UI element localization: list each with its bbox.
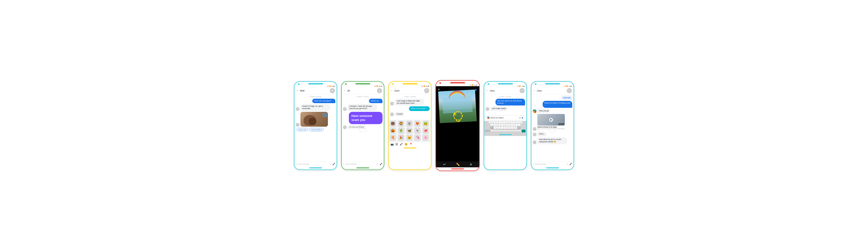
msg-row-3 <box>296 112 335 127</box>
phone-top-bar-4 <box>450 82 465 83</box>
sticker-11[interactable]: 🍕 <box>390 135 396 141</box>
back-arrow-1[interactable]: ← <box>296 89 299 92</box>
sticker-5[interactable]: 🐸 <box>423 120 429 127</box>
plus-icon-1[interactable]: + <box>296 163 297 165</box>
key-f[interactable]: f <box>500 124 503 126</box>
input-field-1[interactable]: Say something... <box>298 163 328 165</box>
key-x[interactable]: x <box>497 127 500 129</box>
back-arrow-3[interactable]: ← <box>391 89 393 92</box>
input-field-6[interactable]: Say something... <box>535 163 565 165</box>
emoji-icon-2[interactable]: ☺ <box>376 163 379 165</box>
mic-icon-6[interactable]: 🎤 <box>569 163 572 165</box>
sticker-6[interactable]: 🎃 <box>390 128 396 134</box>
key-e[interactable]: e <box>495 121 498 123</box>
sticker-14[interactable]: 🦄 <box>414 135 421 141</box>
key-h[interactable]: h <box>507 124 510 126</box>
phone-notch-1 <box>294 82 337 85</box>
key-b[interactable]: b <box>507 127 510 129</box>
key-w[interactable]: w <box>492 121 495 123</box>
input-bar-2: + Say something... ☺ 🎤 <box>342 162 384 166</box>
avatar-5: J <box>520 88 525 93</box>
sticker-3[interactable]: 🐺 <box>406 120 412 127</box>
back-arrow-6[interactable]: ← <box>533 89 536 92</box>
key-o[interactable]: o <box>516 121 519 123</box>
emoji-btn-5[interactable]: ☺ <box>519 116 521 119</box>
key-g[interactable]: g <box>504 124 507 126</box>
sticker-7[interactable]: 🌵 <box>398 128 404 134</box>
sticker-tool-cam[interactable]: 📷 <box>391 143 394 146</box>
sticker-tool-map[interactable]: 📍 <box>409 143 412 146</box>
video-thumbnail[interactable]: ▶ 2:02:31 <box>537 114 565 125</box>
key-m[interactable]: m <box>514 127 517 129</box>
key-7123[interactable]: ?123 <box>485 130 490 132</box>
key-r[interactable]: r <box>499 121 502 123</box>
key-a[interactable]: a <box>490 124 493 126</box>
key-y[interactable]: y <box>506 121 508 123</box>
input-bar-6: + Say something... ☺ 🎤 <box>531 162 574 166</box>
key-backspace[interactable]: ⌫ <box>518 127 520 129</box>
sticker-8[interactable]: 🦋 <box>406 128 412 134</box>
sticker-tool-gallery[interactable]: 🖼 <box>395 143 398 146</box>
key-row-2: a s d f g h j k l <box>485 124 526 126</box>
key-c[interactable]: c <box>500 127 503 129</box>
chip-cute[interactable]: Super cute! <box>297 128 308 131</box>
phone-top-bar-6 <box>545 83 560 85</box>
key-t[interactable]: t <box>502 121 505 123</box>
key-n[interactable]: n <box>511 127 514 129</box>
emoji-icon-6[interactable]: ☺ <box>566 163 568 165</box>
pencil-icon[interactable]: ✏️ <box>456 163 460 166</box>
undo-icon[interactable]: ↩ <box>443 163 446 166</box>
chip-labrador[interactable]: Lovely labrador! <box>309 128 323 131</box>
key-l[interactable]: l <box>518 124 520 126</box>
key-q[interactable]: q <box>489 121 492 123</box>
sticker-1[interactable]: 🐻 <box>390 120 396 127</box>
sticker-12[interactable]: 🎉 <box>398 135 404 141</box>
msg-avatar-6c <box>533 140 536 144</box>
msg-restaurant: How about we go to a sushi restaurant in… <box>537 137 567 144</box>
emoji-icon-1[interactable]: ☺ <box>329 163 332 165</box>
google-input-bar[interactable]: Show me videos ☺ ▶ <box>486 115 525 120</box>
close-icon[interactable]: ✕ <box>438 88 440 91</box>
key-send[interactable]: → <box>522 130 526 132</box>
key-u[interactable]: u <box>509 121 512 123</box>
key-shift[interactable]: ⬆ <box>490 127 493 129</box>
key-space[interactable] <box>490 131 521 131</box>
sticker-tool-sticker[interactable]: 😊 <box>404 143 408 146</box>
video-card: ▶ 2:02:31 Sushi at home in 24 steps http… <box>537 114 565 131</box>
key-z[interactable]: z <box>494 127 497 129</box>
text-icon[interactable]: A <box>470 163 472 166</box>
msg-avatar-1: M <box>296 107 300 111</box>
sticker-4[interactable]: 🦊 <box>414 120 421 127</box>
timestamp-1: TODAY • 8:05 AM <box>296 96 335 97</box>
key-j[interactable]: j <box>511 124 514 126</box>
sticker-tool-mic[interactable]: 🎤 <box>400 143 403 146</box>
input-field-2[interactable]: Say something... <box>345 163 375 165</box>
phone-top-bar-5 <box>498 83 513 85</box>
plus-icon-6[interactable]: + <box>533 163 534 165</box>
sticker-9[interactable]: 👻 <box>414 128 421 134</box>
phone-notch-4 <box>436 81 479 84</box>
back-arrow-2[interactable]: ← <box>343 89 346 92</box>
chat-header-3: ← Zach Z <box>389 87 431 94</box>
annotation-toolbar: ↩ ✏️ A <box>436 161 479 167</box>
sticker-13[interactable]: 🐱 <box>406 135 412 141</box>
key-v[interactable]: v <box>504 127 507 129</box>
mic-icon-2[interactable]: 🎤 <box>379 163 382 165</box>
send-btn-5[interactable]: ▶ <box>522 116 524 119</box>
key-k[interactable]: k <box>514 124 517 126</box>
key-p[interactable]: p <box>519 121 522 123</box>
time-1: 8:05 <box>332 85 335 87</box>
back-arrow-5[interactable]: ← <box>486 89 489 92</box>
key-s[interactable]: s <box>494 124 497 126</box>
plus-icon-2[interactable]: + <box>343 163 344 165</box>
send-icon[interactable]: ▶ <box>475 88 477 91</box>
sticker-15[interactable]: 🌸 <box>423 135 429 141</box>
google-input-text[interactable]: Show me videos <box>490 117 518 119</box>
mic-icon-1[interactable]: 🎤 <box>332 163 335 165</box>
sticker-10[interactable]: 🐙 <box>423 128 429 134</box>
key-i[interactable]: i <box>513 121 515 123</box>
dog-image <box>301 112 328 127</box>
sticker-2[interactable]: 🦁 <box>398 120 404 127</box>
key-d[interactable]: d <box>497 124 500 126</box>
play-button[interactable]: ▶ <box>549 118 553 122</box>
